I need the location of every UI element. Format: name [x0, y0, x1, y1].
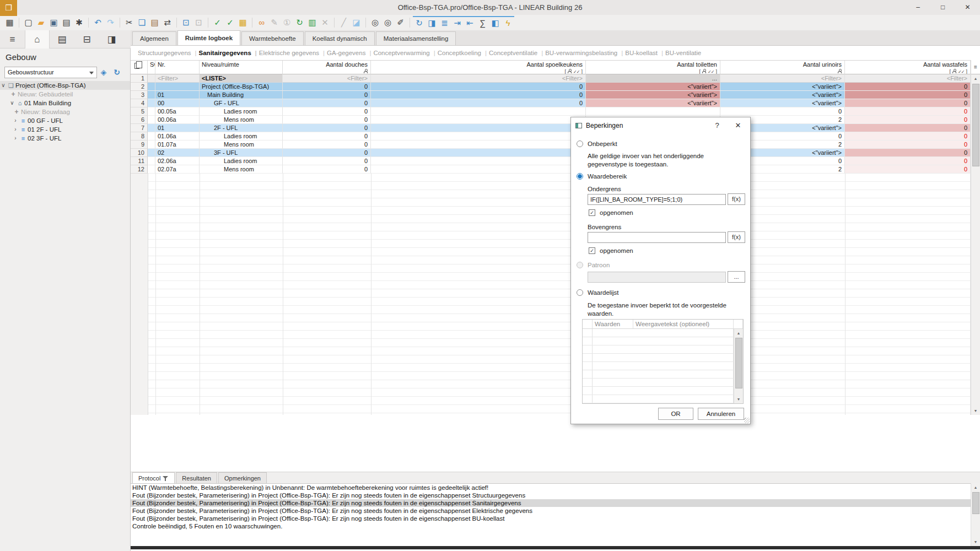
tab-ruimte-logboek[interactable]: Ruimte logboek [177, 30, 240, 45]
log-scrollbar[interactable]: ▲ ▼ [971, 483, 980, 546]
scrollbar-thumb[interactable] [972, 492, 979, 514]
values-row[interactable] [583, 370, 743, 379]
scroll-up-icon[interactable]: ▲ [971, 483, 980, 491]
refresh-tree-icon[interactable]: ↻ [110, 67, 123, 78]
filter-cell-spoelkeukens[interactable]: <Filter> [371, 74, 586, 83]
scroll-up-icon[interactable]: ▲ [971, 74, 980, 83]
link-icon[interactable]: ∞ [255, 17, 268, 29]
structure-select[interactable]: Gebouwstructuur [4, 67, 97, 78]
subtab-conceptkoeling[interactable]: Conceptkoeling [434, 50, 485, 56]
calculator-icon[interactable]: ▦ [236, 17, 249, 29]
structure-settings-icon[interactable]: ◈ [97, 67, 110, 78]
copy-pages-icon[interactable] [134, 63, 139, 69]
tab-protocol[interactable]: Protocol [132, 472, 175, 484]
radio-onbeperkt[interactable] [577, 141, 583, 147]
table-row[interactable]: 2 Project (Office-Bsp-TGA) 0 0 <"variier… [131, 83, 971, 91]
filter-cell-wastafels[interactable]: <Filter> [845, 74, 971, 83]
table-row[interactable]: 5 00.05a Ladies room 0 0 0 [131, 107, 971, 116]
table-row[interactable]: 3 01 Main Building 0 0 <"variiert"> <"va… [131, 91, 971, 99]
copy-icon[interactable]: ❏ [136, 17, 148, 29]
tab-resultaten[interactable]: Resultaten [176, 472, 217, 484]
tree-item-floor-02[interactable]: › ≡ 02 3F - UFL [0, 134, 130, 143]
tag-one-icon[interactable]: ① [281, 17, 293, 29]
tree-item-project[interactable]: ∨ ❏ Project (Office-Bsp-TGA) [0, 81, 130, 90]
table-scrollbar[interactable]: ≡ ▲ ▼ [971, 60, 980, 415]
open-folder-icon[interactable]: ▰ [35, 17, 47, 29]
radio-patroon[interactable] [577, 262, 583, 268]
resize-grip[interactable] [744, 418, 750, 423]
subtab-bu-koellast[interactable]: BU-koellast [621, 50, 661, 56]
filter-cell-douches[interactable]: <Filter> [283, 74, 371, 83]
subtab-elektrische-gegevens[interactable]: Elektrische gegevens [255, 50, 323, 56]
scrollbar-thumb[interactable] [972, 84, 979, 166]
table-row[interactable]: 11 02.06a Ladies room 0 0 0 [131, 157, 971, 165]
panel-config-icon[interactable]: ◨ [426, 17, 438, 29]
values-row[interactable] [583, 337, 743, 345]
redo-icon[interactable]: ↷ [104, 17, 117, 29]
help-button[interactable]: ? [709, 117, 725, 134]
subtab-conceptverwarming[interactable]: Conceptverwarming [369, 50, 433, 56]
import-icon[interactable]: ⇤ [464, 17, 476, 29]
sidebar-tab-building[interactable]: ⌂ [25, 30, 50, 48]
radio-waardebereik[interactable] [577, 173, 583, 180]
table-row[interactable]: 10 02 3F - UFL 0 <"variiert"> 0 [131, 149, 971, 157]
scrollbar-thumb[interactable] [735, 338, 742, 388]
checkbox-opgenomen-ondergrens[interactable]: ✓ [589, 209, 595, 216]
table-row[interactable]: 4 00 GF - UFL 0 0 <"variiert"> <"variier… [131, 99, 971, 107]
tab-algemeen[interactable]: Algemeen [132, 31, 176, 45]
sync-icon[interactable]: ↻ [293, 17, 306, 29]
sidebar-tab-data[interactable]: ⊟ [74, 30, 99, 48]
subtab-sanitairgegevens[interactable]: Sanitairgegevens [195, 50, 255, 56]
undo-icon[interactable]: ↶ [91, 17, 104, 29]
log-line-selected[interactable]: Fout (Bijzonder bestek, Parameterisering… [131, 499, 971, 507]
subtab-structuurgegevens[interactable]: Structuurgegevens [134, 50, 195, 56]
values-row[interactable] [583, 345, 743, 354]
sum-icon[interactable]: ∑ [476, 17, 489, 29]
ondergrens-input[interactable] [588, 194, 726, 205]
chevron-collapsed-icon[interactable]: › [12, 125, 19, 134]
tree-item-floor-00[interactable]: › ≡ 00 GF - UFL [0, 116, 130, 125]
tree-item-nieuw-gebaudeteil[interactable]: + Nieuw: Gebäudeteil [0, 90, 130, 99]
values-row[interactable] [583, 395, 743, 403]
paste-icon[interactable]: ▤ [148, 17, 161, 29]
filter-cell-urinoirs[interactable]: <Filter> [720, 74, 845, 83]
screen-prev-icon[interactable]: ⊡ [180, 17, 192, 29]
subtab-bu-ventilatie[interactable]: BU-ventilatie [661, 50, 705, 56]
zoom-window-icon[interactable]: ◎ [381, 17, 394, 29]
tab-warmtebehoefte[interactable]: Warmtebehoefte [241, 31, 304, 45]
tab-materiaalsamenstelling[interactable]: Materiaalsamenstelling [376, 31, 456, 45]
column-chooser-icon[interactable]: ≡ [971, 60, 980, 74]
menu-grid-icon[interactable]: ▦ [3, 17, 16, 29]
area-edit-icon[interactable]: ◪ [350, 17, 363, 29]
new-document-icon[interactable]: ▢ [22, 17, 35, 29]
filter-cell-nr[interactable]: <Filter> [155, 74, 200, 83]
fx-button-ondergrens[interactable]: f(x) [728, 193, 745, 205]
save-icon[interactable]: ▣ [47, 17, 60, 29]
scroll-up-icon[interactable]: ▲ [734, 329, 743, 337]
tree-item-nieuw-bouwlaag[interactable]: + Nieuw: Bouwlaag [0, 107, 130, 116]
sidebar-tab-form[interactable]: ◨ [99, 30, 124, 48]
report-export-icon[interactable]: ▥ [306, 17, 319, 29]
panel-search-icon[interactable]: ◧ [489, 17, 502, 29]
subtab-ga-gegevens[interactable]: GA-gegevens [323, 50, 369, 56]
chevron-collapsed-icon[interactable]: › [12, 134, 19, 143]
values-row[interactable] [583, 379, 743, 387]
scroll-down-icon[interactable]: ▼ [971, 538, 980, 546]
checkbox-opgenomen-bovengrens[interactable]: ✓ [589, 247, 595, 254]
fx-button-bovengrens[interactable]: f(x) [728, 231, 745, 243]
close-button[interactable]: ✕ [955, 0, 980, 15]
log-line[interactable]: Fout (Bijzonder bestek, Parameterisering… [131, 491, 971, 499]
table-row[interactable]: 9 01.07a Mens room 0 2 0 [131, 141, 971, 149]
tab-opmerkingen[interactable]: Opmerkingen [218, 472, 267, 484]
print-icon[interactable]: ▤ [60, 17, 73, 29]
cancel-button[interactable]: Annuleren [698, 408, 744, 420]
log-line[interactable]: Fout (Bijzonder bestek, Parameterisering… [131, 507, 971, 515]
tree-item-main-building[interactable]: ∨ ⌂ 01 Main Building [0, 99, 130, 107]
screen-next-icon[interactable]: ⊡ [192, 17, 205, 29]
cut-icon[interactable]: ✂ [123, 17, 136, 29]
zoom-icon[interactable]: ◎ [369, 17, 381, 29]
chevron-collapsed-icon[interactable]: › [12, 116, 19, 125]
docs-check-icon[interactable]: ✓ [224, 17, 236, 29]
bovengrens-input[interactable] [588, 232, 726, 243]
edit-pencil-icon[interactable]: ✎ [268, 17, 281, 29]
